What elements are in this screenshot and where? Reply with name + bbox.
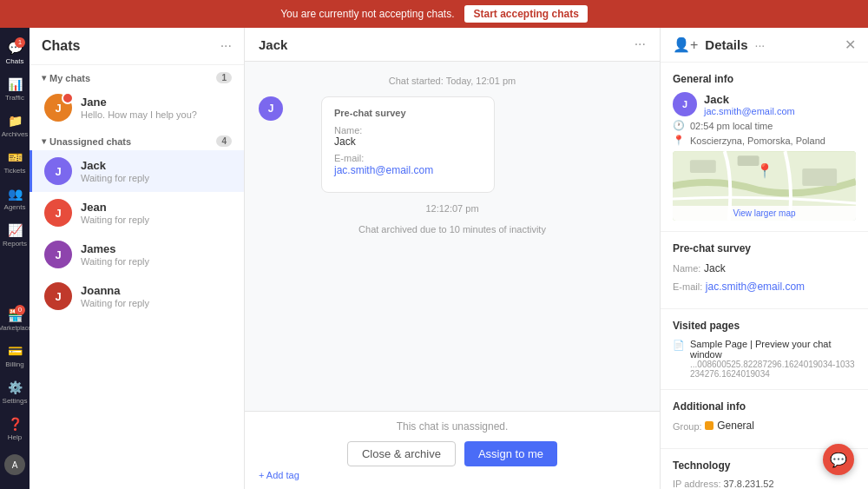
james-name: James — [81, 242, 232, 255]
close-archive-button[interactable]: Close & archive — [347, 441, 456, 466]
pre-chat-survey-bubble: Pre-chat survey Name: Jack E-mail: jac.s… — [321, 96, 495, 193]
float-chat-button[interactable]: 💬 — [823, 444, 854, 475]
detail-email-field: E-mail: jac.smith@email.com — [673, 280, 856, 293]
nav-item-archives[interactable]: 📁 Archives — [0, 108, 30, 142]
general-info-title: General info — [673, 73, 856, 85]
archived-notice: Chat archived due to 10 minutes of inact… — [259, 224, 646, 235]
notif-message: You are currently not accepting chats. — [280, 8, 454, 20]
visited-pages-section: Visited pages 📄 Sample Page | Preview yo… — [661, 309, 868, 390]
sidebar-more-button[interactable]: ··· — [220, 38, 232, 54]
help-icon: ❓ — [7, 416, 23, 432]
view-larger-map-link[interactable]: View larger map — [673, 206, 856, 221]
nav-label-tickets: Tickets — [3, 167, 25, 175]
contact-row: J Jack jac.smith@email.com — [673, 92, 856, 116]
nav-item-agents[interactable]: 👥 Agents — [0, 181, 30, 215]
assign-to-me-button[interactable]: Assign to me — [464, 441, 557, 466]
nav-item-billing[interactable]: 💳 Billing — [0, 338, 30, 373]
detail-email-link[interactable]: jac.smith@email.com — [706, 281, 805, 293]
ip-label: IP address: — [673, 479, 724, 489]
survey-message-wrapper: J Pre-chat survey Name: Jack E-mail: jac… — [290, 96, 646, 193]
chat-started: Chat started: Today, 12:01 pm — [259, 76, 646, 86]
my-chats-chevron: ▾ — [42, 73, 46, 83]
nav-item-tickets[interactable]: 🎫 Tickets — [0, 144, 30, 179]
chat-item-james[interactable]: J James Waiting for reply — [30, 234, 244, 275]
details-close-button[interactable]: ✕ — [845, 36, 856, 53]
nav-label-settings: Settings — [3, 397, 28, 405]
nav-item-help[interactable]: ❓ Help — [0, 411, 30, 446]
chat-title: Jack — [259, 37, 287, 52]
group-label: Group: — [673, 421, 702, 432]
chat-header: Jack ··· — [245, 28, 660, 62]
agents-icon: 👥 — [7, 186, 23, 202]
page-url: ...008600525.82287296.1624019034-1033234… — [690, 360, 856, 379]
map-container: 📍 View larger map — [673, 151, 856, 221]
location-text: Koscierzyna, Pomorska, Poland — [690, 135, 825, 146]
start-accepting-button[interactable]: Start accepting chats — [464, 5, 587, 23]
joanna-info: Joanna Waiting for reply — [81, 284, 232, 308]
jack-sub: Waiting for reply — [81, 173, 232, 183]
details-title: Details — [705, 37, 747, 52]
my-chats-label: My chats — [49, 73, 90, 83]
contact-name: Jack — [704, 93, 795, 106]
nav-label-agents: Agents — [4, 203, 26, 211]
nav-item-avatar[interactable]: A — [0, 447, 30, 482]
nav-item-traffic[interactable]: 📊 Traffic — [0, 71, 30, 106]
general-info-section: General info J Jack jac.smith@email.com … — [661, 63, 868, 232]
page-info: Sample Page | Preview your chat window .… — [690, 339, 856, 379]
additional-info-section: Additional info Group: General — [661, 390, 868, 449]
nav-label-reports: Reports — [3, 240, 27, 248]
user-avatar: A — [4, 454, 25, 475]
archived-time: 12:12:07 pm — [259, 203, 646, 214]
group-field: Group: General — [673, 420, 856, 433]
jane-name: Jane — [81, 96, 232, 109]
my-chats-count: 1 — [216, 72, 232, 83]
add-contact-icon[interactable]: 👤+ — [673, 36, 698, 53]
jane-sub: Hello. How may I help you? — [81, 109, 232, 120]
reports-icon: 📈 — [7, 222, 23, 238]
unassigned-chevron: ▾ — [42, 136, 46, 146]
jean-name: Jean — [81, 201, 232, 214]
marketplace-badge: 0 — [15, 305, 25, 315]
chat-item-jane[interactable]: J Jane Hello. How may I help you? — [30, 87, 244, 129]
james-avatar: J — [44, 241, 72, 268]
contact-email: jac.smith@email.com — [704, 106, 795, 116]
svg-rect-3 — [802, 169, 837, 186]
survey-email-link[interactable]: jac.smith@email.com — [334, 164, 433, 176]
nav-label-traffic: Traffic — [5, 94, 24, 102]
chat-item-joanna[interactable]: J Joanna Waiting for reply — [30, 275, 244, 317]
traffic-icon: 📊 — [7, 76, 23, 92]
unassigned-notice: This chat is unassigned. — [259, 420, 646, 433]
visited-page-item: 📄 Sample Page | Preview your chat window… — [673, 339, 856, 379]
nav-label-help: Help — [8, 433, 22, 441]
details-more-button[interactable]: ··· — [755, 38, 766, 52]
chat-more-button[interactable]: ··· — [635, 36, 646, 52]
nav-item-reports[interactable]: 📈 Reports — [0, 217, 30, 252]
unassigned-toggle[interactable]: ▾ Unassigned chats — [42, 136, 131, 147]
visited-pages-title: Visited pages — [673, 320, 856, 332]
nav-label-marketplace: Marketplace — [0, 325, 31, 331]
location-icon: 📍 — [673, 135, 685, 146]
chats-sidebar: Chats ··· ▾ My chats 1 J Jane Hello. How… — [30, 28, 245, 489]
additional-info-title: Additional info — [673, 400, 856, 413]
chat-header-icons: ··· — [635, 36, 646, 52]
chat-footer: This chat is unassigned. Close & archive… — [245, 411, 660, 489]
nav-item-marketplace[interactable]: 🏪 0 Marketplace — [0, 301, 30, 336]
detail-email-label: E-mail: — [673, 281, 702, 292]
jean-sub: Waiting for reply — [81, 215, 232, 225]
group-badge: General — [705, 420, 754, 432]
nav-item-settings[interactable]: ⚙️ Settings — [0, 374, 30, 409]
detail-name-value: Jack — [704, 262, 726, 274]
ip-value: 37.8.231.52 — [724, 479, 774, 489]
nav-item-chats[interactable]: 💬 1 Chats — [0, 35, 30, 69]
jack-avatar: J — [44, 157, 72, 185]
joanna-name: Joanna — [81, 284, 232, 297]
pre-chat-section: Pre-chat survey Name: Jack E-mail: jac.s… — [661, 232, 868, 309]
my-chats-toggle[interactable]: ▾ My chats — [42, 73, 90, 83]
chat-item-jean[interactable]: J Jean Waiting for reply — [30, 192, 244, 234]
nav-label-billing: Billing — [5, 360, 23, 368]
add-tag-button[interactable]: + Add tag — [259, 466, 646, 480]
chat-item-jack[interactable]: J Jack Waiting for reply — [30, 150, 244, 192]
location-row: 📍 Koscierzyna, Pomorska, Poland — [673, 135, 856, 146]
survey-name-value: Jack — [334, 135, 482, 148]
svg-rect-1 — [690, 160, 716, 173]
